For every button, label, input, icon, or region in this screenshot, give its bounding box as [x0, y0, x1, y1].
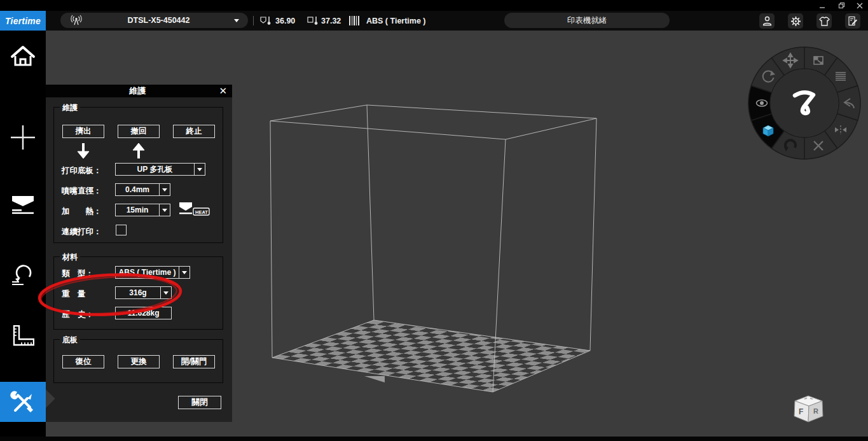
app-toolbar: Tiertime DTSL-X5-450442 36.90 37.32 [0, 11, 868, 31]
material-type-label: 類 型： [62, 269, 93, 279]
sidebar-item-initialize[interactable] [0, 257, 46, 293]
bed-temperature-icon [307, 15, 321, 26]
heat-platform-icon[interactable]: HEAT [179, 201, 210, 218]
printer-dropdown-caret-icon [234, 19, 239, 22]
cube-front-label: F [799, 407, 803, 416]
material-barcode-icon [349, 16, 361, 25]
platform-type-value: UP 多孔板 [116, 164, 194, 175]
app-window: F R Tiertime DTSL-X5-450442 [0, 0, 868, 441]
platform-type-dropdown[interactable]: UP 多孔板 [115, 163, 205, 176]
heat-label: 加 熱： [62, 206, 102, 217]
extrude-button[interactable]: 擠出 [62, 125, 104, 138]
stop-button[interactable]: 終止 [173, 125, 215, 138]
maintenance-group: 維護 擠出 撤回 終止 打印底板： UP 多孔板 噴嘴直徑： 0.4mm 加 熱… [53, 107, 223, 243]
replace-button[interactable]: 更換 [118, 355, 160, 368]
close-window-button[interactable] [853, 1, 867, 10]
material-history-label: 歷 史： [62, 309, 93, 320]
log-button[interactable] [845, 13, 860, 29]
nozzle-diameter-dropdown[interactable]: 0.4mm [115, 183, 170, 196]
heat-time-dropdown[interactable]: 15min [115, 204, 170, 216]
nozzle-temperature: 36.90 [275, 17, 295, 25]
extrude-down-arrow-icon [74, 142, 92, 160]
heat-time-value: 15min [116, 204, 159, 216]
view-control-wheel[interactable] [747, 46, 862, 160]
platform-type-label: 打印底板： [62, 165, 102, 176]
reset-button[interactable]: 復位 [62, 355, 104, 368]
printer-status-text: 印表機就緒 [567, 15, 607, 26]
printer-name: DTSL-X5-450442 [83, 16, 234, 25]
platform-group-title: 底板 [60, 335, 80, 346]
appearance-button[interactable] [816, 13, 832, 29]
material-type-value: ABS ( Tiertime ) [116, 267, 179, 278]
maintenance-group-title: 維護 [60, 102, 80, 113]
gear-icon [790, 16, 801, 27]
material-weight-label: 重 量 [62, 289, 86, 300]
material-group-title: 材料 [60, 252, 80, 263]
printer-selector[interactable]: DTSL-X5-450442 [60, 13, 248, 28]
sidebar-item-maintenance-active[interactable] [0, 382, 46, 422]
maintenance-dialog: 維護 ✕ 維護 擠出 撤回 終止 打印底板： UP 多孔板 噴嘴直徑： 0.4m… [43, 85, 232, 422]
material-name: ABS ( Tiertime ) [366, 17, 426, 25]
perspective-cube-icon [763, 125, 773, 136]
withdraw-up-arrow-icon [130, 142, 148, 160]
dialog-titlebar[interactable]: 維護 ✕ [43, 85, 232, 97]
sidebar-item-calibrate[interactable] [0, 318, 46, 354]
material-type-dropdown[interactable]: ABS ( Tiertime ) [115, 266, 190, 279]
account-button[interactable] [759, 13, 775, 29]
home-icon [10, 45, 36, 67]
maintenance-wrench-icon [10, 389, 36, 415]
nozzle-dropdown-caret-icon[interactable] [159, 184, 170, 195]
minimize-icon [819, 3, 825, 9]
brand-text: Tiertime [5, 16, 41, 26]
printer-status[interactable]: 印表機就緒 [504, 13, 670, 28]
ruler-icon [11, 325, 34, 347]
settings-button[interactable] [788, 13, 803, 29]
door-button[interactable]: 開/關門 [173, 355, 215, 368]
sidebar-item-add-model[interactable] [0, 120, 46, 155]
bed-temperature: 37.32 [321, 17, 341, 25]
material-type-caret-icon[interactable] [179, 267, 189, 278]
document-edit-icon [848, 16, 858, 26]
material-weight-value: 316g [116, 287, 160, 298]
brand-logo[interactable]: Tiertime [0, 11, 46, 31]
platform-group: 底板 復位 更換 開/關門 [53, 339, 223, 383]
continuous-print-checkbox[interactable] [116, 225, 127, 235]
heat-dropdown-caret-icon[interactable] [159, 204, 170, 216]
close-window-icon [857, 3, 863, 9]
sidebar-item-print[interactable] [0, 187, 46, 223]
orientation-cube[interactable]: F R [787, 388, 828, 428]
cube-right-label: R [813, 407, 818, 415]
toolbar-divider [253, 16, 254, 25]
restore-icon [838, 2, 845, 9]
initialize-icon [11, 263, 35, 286]
material-group: 材料 類 型： ABS ( Tiertime ) 重 量 316g 歷 史： 1… [53, 256, 223, 330]
platform-dropdown-caret-icon[interactable] [194, 164, 205, 175]
continuous-print-label: 連續打印： [62, 227, 102, 237]
window-titlebar [0, 0, 868, 11]
nozzle-diameter-value: 0.4mm [116, 184, 159, 195]
heat-badge: HEAT [195, 209, 208, 215]
nozzle-diameter-label: 噴嘴直徑： [62, 186, 102, 197]
bottom-strip [0, 437, 868, 441]
material-history-value: 11.628kg [115, 307, 172, 319]
user-icon [762, 16, 772, 26]
print-platform-icon [11, 195, 34, 214]
minimize-button[interactable] [815, 1, 829, 10]
restore-button[interactable] [834, 1, 848, 10]
sidebar-item-home[interactable] [0, 38, 46, 74]
shirt-icon [819, 17, 830, 26]
close-dialog-button[interactable]: 關閉 [178, 396, 221, 409]
wireless-icon [69, 15, 83, 26]
plus-icon [10, 124, 36, 151]
dialog-title: 維護 [130, 85, 146, 97]
withdraw-button[interactable]: 撤回 [118, 125, 160, 138]
dialog-close-icon[interactable]: ✕ [219, 85, 227, 97]
nozzle-temperature-icon [260, 15, 274, 26]
material-weight-caret-icon[interactable] [160, 287, 171, 298]
sidebar [0, 31, 46, 441]
material-weight-dropdown[interactable]: 316g [115, 286, 172, 299]
